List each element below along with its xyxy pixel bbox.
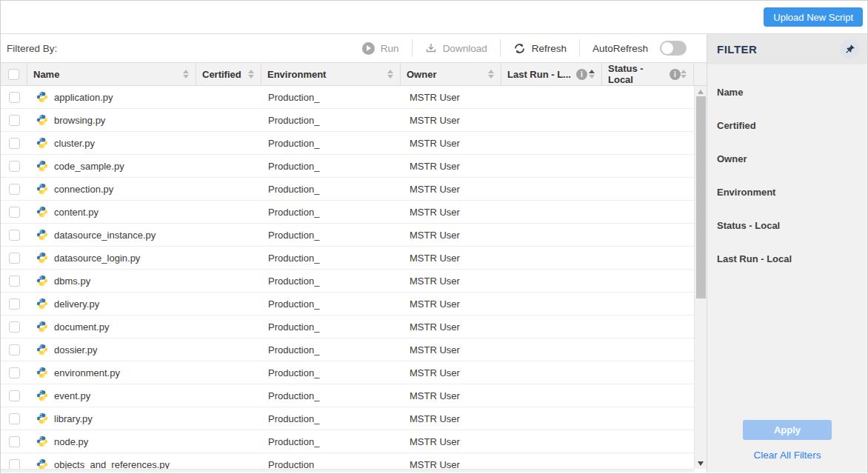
script-name: browsing.py [54,115,105,126]
row-environment: Production_ [261,253,401,264]
autorefresh-toggle[interactable] [660,41,687,56]
column-header-certified[interactable]: Certified [196,63,261,85]
table-row[interactable]: delivery.py Production_ MSTR User [1,293,707,316]
table-row[interactable]: browsing.py Production_ MSTR User [1,109,707,132]
row-owner: MSTR User [401,298,501,310]
script-name-cell[interactable]: library.py [27,413,196,424]
row-owner: MSTR User [401,367,501,378]
row-checkbox[interactable] [9,138,20,149]
pin-button[interactable] [840,39,860,59]
row-checkbox[interactable] [9,321,20,333]
row-checkbox[interactable] [9,413,20,424]
script-name-cell[interactable]: node.py [27,435,196,447]
sort-icons[interactable] [681,70,687,79]
scrollbar-thumb[interactable] [696,96,706,298]
script-name-cell[interactable]: environment.py [27,367,196,378]
table-row[interactable]: dbms.py Production_ MSTR User [1,270,707,293]
filter-item[interactable]: Status - Local [717,220,858,231]
table-row[interactable]: datasource_login.py Production_ MSTR Use… [1,247,707,270]
table-row[interactable]: environment.py Production_ MSTR User [1,361,707,384]
column-header-name[interactable]: Name [27,63,196,85]
table-row[interactable]: application.py Production_ MSTR User [1,86,707,109]
filter-item[interactable]: Environment [717,187,858,198]
filter-item[interactable]: Name [717,87,858,98]
script-name-cell[interactable]: event.py [27,390,196,401]
info-icon[interactable]: i [576,69,587,80]
script-name: delivery.py [54,298,99,310]
row-checkbox[interactable] [9,161,20,172]
script-name-cell[interactable]: dbms.py [27,275,196,287]
table-row[interactable]: event.py Production_ MSTR User [1,384,707,407]
python-file-icon [36,275,48,287]
table-row[interactable]: dossier.py Production_ MSTR User [1,338,707,361]
script-name-cell[interactable]: connection.py [27,183,196,195]
table-row[interactable]: library.py Production_ MSTR User [1,407,707,430]
sort-icons-active[interactable] [589,70,595,79]
script-name-cell[interactable]: datasource_instance.py [27,229,196,241]
run-button[interactable]: Run [350,39,412,57]
refresh-button[interactable]: Refresh [500,39,579,57]
select-all-checkbox[interactable] [8,69,19,80]
column-header-environment[interactable]: Environment [261,63,401,85]
row-checkbox-cell [1,138,27,149]
filter-item[interactable]: Certified [717,120,858,131]
clear-all-filters-link[interactable]: Clear All Filters [754,450,821,461]
script-name-cell[interactable]: browsing.py [27,114,196,126]
table-row[interactable]: node.py Production_ MSTR User [1,430,707,453]
row-checkbox[interactable] [9,276,20,287]
row-checkbox[interactable] [9,115,20,126]
script-name: datasource_instance.py [54,230,156,241]
column-header-owner[interactable]: Owner [401,63,501,85]
table-row[interactable]: document.py Production_ MSTR User [1,316,707,338]
column-header-last-run[interactable]: Last Run - L... i [501,63,602,85]
row-checkbox[interactable] [9,92,20,103]
horizontal-scrollbar[interactable] [1,469,694,473]
row-checkbox[interactable] [9,230,20,241]
column-label: Name [33,69,59,80]
sort-icons[interactable] [488,70,494,79]
scroll-down-arrow-icon[interactable] [698,461,704,466]
script-name-cell[interactable]: dossier.py [27,344,196,356]
script-name-cell[interactable]: document.py [27,321,196,333]
script-name-cell[interactable]: datasource_login.py [27,252,196,264]
info-icon[interactable]: i [670,69,681,80]
sort-icons[interactable] [248,70,254,79]
script-name: node.py [54,436,88,447]
script-name-cell[interactable]: delivery.py [27,298,196,310]
row-checkbox[interactable] [9,253,20,264]
upload-new-script-button[interactable]: Upload New Script [764,7,863,27]
python-file-icon [36,229,48,241]
apply-button[interactable]: Apply [743,420,832,440]
row-checkbox[interactable] [9,184,20,195]
row-checkbox[interactable] [9,344,20,356]
sort-icons[interactable] [387,70,393,79]
script-name-cell[interactable]: code_sample.py [27,160,196,172]
script-name-cell[interactable]: content.py [27,206,196,218]
table-row[interactable]: cluster.py Production_ MSTR User [1,132,707,155]
python-file-icon [36,252,48,264]
vertical-scrollbar[interactable] [694,86,707,469]
script-name: connection.py [54,184,113,195]
filter-item[interactable]: Owner [717,153,858,164]
table-row[interactable]: connection.py Production_ MSTR User [1,178,707,201]
table-row[interactable]: code_sample.py Production_ MSTR User [1,155,707,178]
table-row[interactable]: datasource_instance.py Production_ MSTR … [1,224,707,247]
table-row[interactable]: content.py Production_ MSTR User [1,201,707,224]
row-checkbox[interactable] [9,367,20,378]
row-checkbox-cell [1,184,27,195]
row-checkbox[interactable] [9,207,20,218]
script-name-cell[interactable]: application.py [27,91,196,103]
row-environment: Production_ [261,436,401,447]
filter-item[interactable]: Last Run - Local [717,253,858,264]
row-checkbox[interactable] [9,390,20,401]
scroll-up-arrow-icon[interactable] [698,90,704,94]
row-checkbox[interactable] [9,298,20,310]
row-checkbox[interactable] [9,436,20,447]
script-name-cell[interactable]: cluster.py [27,137,196,149]
refresh-label: Refresh [532,43,567,54]
script-name: dossier.py [54,344,98,356]
download-button[interactable]: Download [412,39,500,57]
column-header-status-local[interactable]: Status - Local i [602,63,694,85]
filter-footer: Apply Clear All Filters [707,420,867,473]
sort-icons[interactable] [183,70,189,79]
